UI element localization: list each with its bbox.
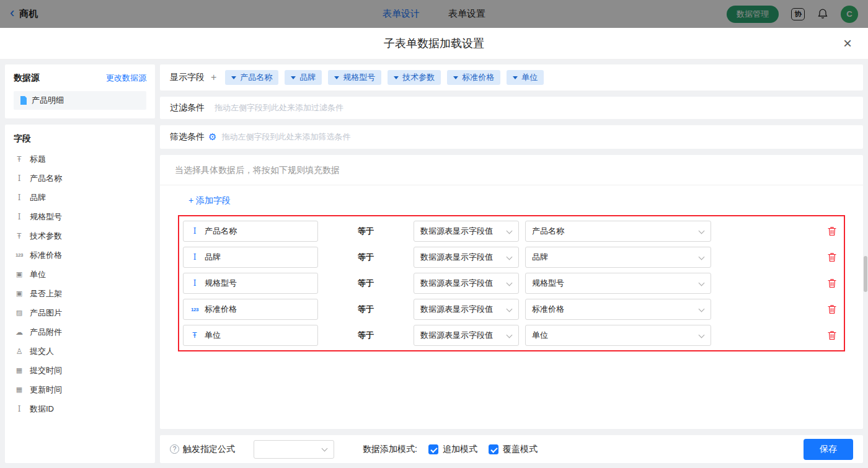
fields-title: 字段 [14,133,146,144]
filter-dropzone[interactable]: 拖动左侧字段到此处来添加过滤条件 [215,102,853,113]
delete-rule-button[interactable] [828,278,836,288]
rule-target-select[interactable]: 单位 [525,325,711,346]
display-field-tag[interactable]: 技术参数 [388,70,441,85]
rule-target-value: 规格型号 [532,278,564,289]
tag-label: 品牌 [299,72,316,83]
chevron-down-icon [507,307,512,312]
save-button[interactable]: 保存 [804,439,853,460]
trash-icon [828,330,836,340]
add-field-button[interactable]: + 添加字段 [188,195,231,206]
field-item[interactable]: 提交人 [14,342,146,361]
rule-source-select[interactable]: 数据源表显示字段值 [414,247,519,268]
rule-source-select[interactable]: 数据源表显示字段值 [414,221,519,242]
rule-field-input[interactable]: 品牌 [183,247,318,268]
rule-field-input[interactable]: 产品名称 [183,221,318,242]
gear-icon[interactable]: ⚙ [208,131,216,143]
rule-target-select[interactable]: 产品名称 [525,221,711,242]
collaboration-badge-icon[interactable]: 协 [791,8,805,20]
dropdown-triangle-icon [513,76,518,82]
rule-target-value: 产品名称 [532,226,564,237]
scrollbar-thumb[interactable] [864,256,867,292]
back-chevron-icon[interactable]: ‹ [10,6,14,20]
screening-dropzone[interactable]: 拖动左侧字段到此处来添加筛选条件 [221,131,853,143]
field-label: 产品附件 [30,327,62,338]
tab-form-settings[interactable]: 表单设置 [448,8,485,20]
rule-field-input[interactable]: 规格型号 [183,273,318,294]
add-display-field-button[interactable]: + [211,72,216,83]
field-list: 标题 产品名称 品牌 规格型号 技术参数 [14,149,146,418]
right-panel: 显示字段 + 产品名称 品牌 规格型号 [160,64,863,463]
rule-source-select[interactable]: 数据源表显示字段值 [414,325,519,346]
text-icon [190,279,200,288]
text-icon [190,227,200,236]
field-item[interactable]: 品牌 [14,188,146,207]
field-item[interactable]: 标题 [14,149,146,169]
delete-rule-button[interactable] [828,226,836,236]
mode-option[interactable]: 追加模式 [428,444,477,455]
field-label: 产品名称 [30,173,62,184]
rule-row: 产品名称 等于 数据源表显示字段值 产品名称 [183,218,840,244]
display-field-tag[interactable]: 单位 [507,70,544,85]
display-field-tag[interactable]: 规格型号 [328,70,381,85]
rules-panel: 当选择具体数据后，将按如下规则填充数据 + 添加字段 产品名称 等于 数据源表显… [160,155,863,429]
help-icon[interactable]: ? [170,444,179,454]
mode-checkbox[interactable] [489,444,498,454]
datasource-card: 数据源 更改数据源 产品明细 [5,64,155,118]
delete-rule-button[interactable] [828,252,836,262]
mode-option-label: 追加模式 [443,444,477,455]
delete-rule-button[interactable] [828,304,836,314]
field-label: 产品图片 [30,307,62,319]
display-field-tag[interactable]: 标准价格 [447,70,500,85]
field-item[interactable]: 单位 [14,265,146,284]
data-manage-button[interactable]: 数据管理 [727,6,779,23]
rule-target-select[interactable]: 品牌 [525,247,711,268]
rule-field-input[interactable]: 单位 [183,325,318,346]
formula-select[interactable] [254,440,334,459]
rule-target-select[interactable]: 标准价格 [525,299,711,320]
chevron-down-icon [507,255,512,260]
chevron-down-icon [322,446,327,452]
rule-row: 规格型号 等于 数据源表显示字段值 规格型号 [183,270,840,296]
tab-form-design[interactable]: 表单设计 [383,8,420,20]
rule-field-label: 规格型号 [205,278,237,289]
dropdown-triangle-icon [291,76,296,82]
field-item[interactable]: 是否上架 [14,284,146,303]
bell-icon[interactable] [817,8,828,20]
modal-header: 子表单数据加载设置 × [0,28,868,60]
field-item[interactable]: 标准价格 [14,245,146,265]
rule-target-select[interactable]: 规格型号 [525,273,711,294]
delete-rule-button[interactable] [828,330,836,340]
app-window: ‹ 商机 表单设计 表单设置 数据管理 协 C 子表单数据加载设置 × 数据源 [0,0,868,468]
chevron-down-icon [699,307,704,312]
trash-icon [828,226,836,236]
display-fields-label: 显示字段 [170,72,205,83]
number-icon [14,252,25,258]
change-datasource-link[interactable]: 更改数据源 [106,73,146,84]
datasource-item[interactable]: 产品明细 [14,91,146,110]
field-item[interactable]: 规格型号 [14,207,146,226]
text-icon [190,253,200,262]
mode-checkbox[interactable] [428,444,438,454]
rule-source-select[interactable]: 数据源表显示字段值 [414,299,519,320]
field-item[interactable]: 产品附件 [14,322,146,342]
field-item[interactable]: 数据ID [14,399,146,418]
field-label: 规格型号 [30,211,62,223]
display-field-tag[interactable]: 产品名称 [225,70,278,85]
filter-bar: 过滤条件 拖动左侧字段到此处来添加过滤条件 [160,97,863,119]
rule-source-select[interactable]: 数据源表显示字段值 [414,273,519,294]
rules-highlight-box: 产品名称 等于 数据源表显示字段值 产品名称 [178,215,845,351]
close-icon[interactable]: × [843,36,852,51]
formula-label: 触发指定公式 [183,444,235,455]
field-item[interactable]: 提交时间 [14,361,146,380]
mode-option[interactable]: 覆盖模式 [489,444,538,455]
field-item[interactable]: 产品名称 [14,169,146,188]
screening-label: 筛选条件 [170,131,205,143]
rule-field-input[interactable]: 标准价格 [183,299,318,320]
field-item[interactable]: 更新时间 [14,380,146,399]
field-item[interactable]: 技术参数 [14,226,146,245]
user-avatar[interactable]: C [841,6,858,23]
rule-row: 标准价格 等于 数据源表显示字段值 标准价格 [183,296,840,322]
display-field-tag[interactable]: 品牌 [285,70,322,85]
rule-operator: 等于 [318,278,414,289]
field-item[interactable]: 产品图片 [14,303,146,322]
